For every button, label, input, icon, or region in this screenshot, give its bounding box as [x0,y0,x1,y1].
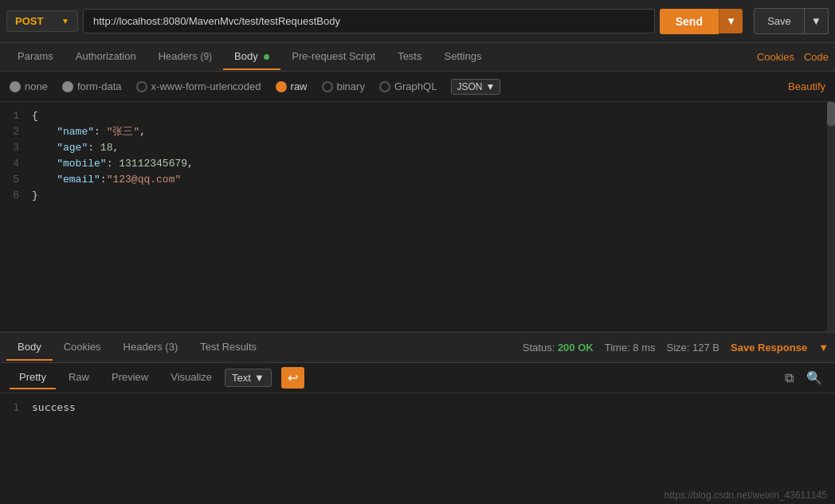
text-format-arrow-icon: ▼ [254,372,265,384]
copy-icon[interactable]: ⧉ [782,367,797,389]
json-format-label: JSON [457,81,482,92]
tab-tests[interactable]: Tests [386,44,433,70]
line-content-5: "email":"123@qq.com" [32,172,835,188]
option-form-data-label: form-data [77,80,122,92]
code-link[interactable]: Code [804,51,829,63]
out-tab-raw[interactable]: Raw [59,366,99,389]
save-response-button[interactable]: Save Response [731,342,807,354]
option-binary[interactable]: binary [322,80,365,92]
time-label: Time: 8 ms [605,342,656,354]
resp-line-num-1: 1 [0,400,32,416]
editor-scrollbar-thumb [827,102,835,126]
line-content-3: "age": 18, [32,140,835,156]
top-bar: POST ▼ Send ▼ Save ▼ [0,0,835,43]
size-label: Size: 127 B [667,342,720,354]
save-dropdown-button[interactable]: ▼ [805,8,829,34]
resp-tab-body[interactable]: Body [6,334,53,361]
option-binary-label: binary [337,80,365,92]
save-response-arrow-icon[interactable]: ▼ [818,342,829,354]
tab-authorization[interactable]: Authorization [65,44,147,70]
headers-count: (9) [200,51,212,62]
beautify-button[interactable]: Beautify [788,80,825,92]
line-num-3: 3 [0,140,32,156]
json-format-select[interactable]: JSON ▼ [451,79,500,95]
radio-graphql-icon [379,81,390,92]
send-btn-group: Send ▼ [660,9,743,34]
text-format-select[interactable]: Text ▼ [225,369,272,387]
tab-pre-request[interactable]: Pre-request Script [280,44,386,70]
radio-form-data-icon [62,81,73,92]
option-raw-label: raw [291,80,308,92]
line-num-2: 2 [0,124,32,140]
text-format-label: Text [232,372,251,384]
code-editor[interactable]: 1 { 2 "name": "张三", 3 "age": 18, 4 "mobi… [0,102,835,333]
footer-url: https://blog.csdn.net/weixin_43611145 [664,490,827,501]
option-x-www[interactable]: x-www-form-urlencoded [136,80,261,92]
option-x-www-label: x-www-form-urlencoded [151,80,261,92]
resp-line-content-1: success [32,400,835,416]
line-num-1: 1 [0,108,32,124]
out-tab-visualize[interactable]: Visualize [161,366,221,389]
send-button[interactable]: Send [660,9,719,34]
method-label: POST [15,15,43,27]
line-num-4: 4 [0,156,32,172]
option-none[interactable]: none [10,80,48,92]
option-form-data[interactable]: form-data [62,80,122,92]
resp-tab-cookies[interactable]: Cookies [53,334,112,361]
code-line-6: 6 } [0,188,835,204]
code-line-4: 4 "mobile": 13112345679, [0,156,835,172]
response-tabs: Body Cookies Headers (3) Test Results St… [0,333,835,363]
radio-x-www-icon [136,81,147,92]
output-tabs: Pretty Raw Preview Visualize Text ▼ ↩ ⧉ … [0,363,835,393]
cookies-link[interactable]: Cookies [757,51,794,63]
body-options: none form-data x-www-form-urlencoded raw… [0,72,835,102]
size-value: 127 B [692,342,719,354]
radio-binary-icon [322,81,333,92]
out-tab-preview[interactable]: Preview [102,366,158,389]
resp-status: Status: 200 OK Time: 8 ms Size: 127 B Sa… [523,342,829,354]
method-arrow-icon: ▼ [61,17,69,25]
tab-settings[interactable]: Settings [433,44,492,70]
option-none-label: none [25,80,48,92]
line-num-6: 6 [0,188,32,204]
save-btn-group: Save ▼ [754,8,829,34]
tab-headers[interactable]: Headers (9) [147,44,223,70]
code-line-3: 3 "age": 18, [0,140,835,156]
resp-tab-test-results[interactable]: Test Results [189,334,268,361]
line-content-4: "mobile": 13112345679, [32,156,835,172]
editor-scrollbar[interactable] [827,102,835,331]
out-tab-pretty[interactable]: Pretty [10,366,56,389]
nav-right: Cookies Code [757,51,829,63]
option-graphql[interactable]: GraphQL [379,80,437,92]
radio-none-icon [10,81,21,92]
url-input[interactable] [83,9,655,33]
status-ok: 200 OK [558,342,594,354]
response-body: 1 success [0,393,835,422]
option-graphql-label: GraphQL [394,80,437,92]
line-content-1: { [32,108,835,124]
body-dot [264,54,269,60]
line-content-6: } [32,188,835,204]
nav-tabs: Params Authorization Headers (9) Body Pr… [0,43,835,72]
tab-body[interactable]: Body [223,44,280,70]
save-button[interactable]: Save [754,8,805,34]
radio-raw-icon [276,81,287,92]
json-format-arrow-icon: ▼ [485,81,495,92]
resp-tab-headers[interactable]: Headers (3) [112,334,190,361]
time-value: 8 ms [633,342,655,354]
code-line-1: 1 { [0,108,835,124]
icon-buttons: ⧉ 🔍 [782,367,825,389]
wrap-button[interactable]: ↩ [281,367,304,389]
option-raw[interactable]: raw [276,80,308,92]
tab-params[interactable]: Params [6,44,65,70]
line-num-5: 5 [0,172,32,188]
method-select[interactable]: POST ▼ [6,10,78,32]
code-line-5: 5 "email":"123@qq.com" [0,172,835,188]
send-dropdown-button[interactable]: ▼ [719,9,743,33]
search-icon[interactable]: 🔍 [803,367,825,389]
footer: https://blog.csdn.net/weixin_43611145 [657,486,835,504]
code-line-2: 2 "name": "张三", [0,124,835,140]
status-label: Status: 200 OK [523,342,594,354]
line-content-2: "name": "张三", [32,124,835,140]
response-line-1: 1 success [0,400,835,416]
